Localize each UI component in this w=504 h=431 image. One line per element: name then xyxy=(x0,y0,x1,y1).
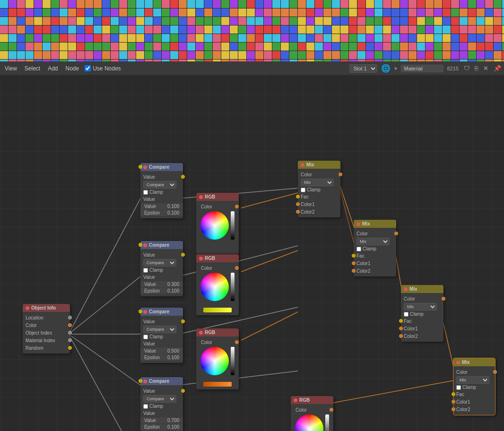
mix3-type[interactable]: Mix xyxy=(404,303,437,310)
random-row: Random xyxy=(23,344,70,352)
svg-line-0 xyxy=(69,198,140,334)
svg-line-16 xyxy=(338,182,355,246)
rgb3-out[interactable] xyxy=(235,340,239,344)
random-socket[interactable] xyxy=(68,346,72,350)
rgb4-wheel[interactable] xyxy=(295,414,323,431)
arrow-icon: ▾ xyxy=(394,65,397,72)
collapse-dot[interactable] xyxy=(26,306,29,310)
rgb4-brightness[interactable] xyxy=(325,414,329,431)
rgb2-out[interactable] xyxy=(235,266,239,270)
rgb1-collapse[interactable] xyxy=(199,195,203,199)
rgb1-out[interactable] xyxy=(235,205,239,208)
svg-line-1 xyxy=(69,276,140,334)
svg-line-12 xyxy=(326,380,454,404)
object-index-socket[interactable] xyxy=(68,331,72,335)
pin-button[interactable]: 📌 xyxy=(494,65,501,72)
mix4-color2-in[interactable] xyxy=(452,407,455,411)
compare-node-1: Compare Value Compare Clamp Value Value0… xyxy=(140,163,183,218)
svg-line-9 xyxy=(241,193,298,208)
collapse-dot-2[interactable] xyxy=(143,243,147,247)
collapse-dot-4[interactable] xyxy=(143,379,147,383)
material-index-socket[interactable] xyxy=(68,338,72,342)
rgb3-brightness[interactable] xyxy=(231,347,235,375)
rgb2-collapse[interactable] xyxy=(199,257,203,260)
compare4-eps-in[interactable] xyxy=(139,379,142,383)
rgb3-strip xyxy=(203,382,232,387)
compare3-eps-in[interactable] xyxy=(139,310,142,313)
mix1-collapse[interactable] xyxy=(301,163,304,167)
rgb2-strip xyxy=(203,308,232,312)
rgb1-brightness[interactable] xyxy=(231,211,235,240)
mix1-fac-in[interactable] xyxy=(296,195,300,198)
mix1-color2-in[interactable] xyxy=(296,210,300,214)
mix4-collapse[interactable] xyxy=(456,361,460,364)
toolbar-node[interactable]: Node xyxy=(64,64,81,73)
compare1-out[interactable] xyxy=(181,175,185,179)
svg-line-10 xyxy=(241,250,298,272)
mix2-out[interactable] xyxy=(394,232,398,235)
slot-select[interactable]: Slot 1 xyxy=(349,64,377,73)
material-index-row: Material Index xyxy=(23,336,70,344)
mix-node-3: Mix Color Mix Clamp Fac Color1 Color2 xyxy=(401,285,443,342)
compare3-out[interactable] xyxy=(181,319,185,323)
toolbar: View Select Add Node Use Nodes Slot 1 🌐 … xyxy=(0,61,504,76)
svg-line-3 xyxy=(69,334,140,385)
rgb3-wheel[interactable] xyxy=(200,347,229,375)
compare2-type[interactable]: Compare xyxy=(143,259,176,267)
object-info-node: Object Info Location Color Object Index … xyxy=(23,304,70,353)
toolbar-icon-group: 🛡 ⎘ ✕ xyxy=(462,64,490,72)
use-nodes-toggle[interactable]: Use Nodes xyxy=(85,65,121,72)
mix4-color1-in[interactable] xyxy=(452,400,455,404)
mix1-color1-in[interactable] xyxy=(296,202,300,206)
node-editor[interactable]: Object Info Location Color Object Index … xyxy=(0,76,504,431)
shield-icon[interactable]: 🛡 xyxy=(462,64,471,72)
color-socket[interactable] xyxy=(68,323,72,327)
mix3-collapse[interactable] xyxy=(404,287,408,291)
rgb2-wheel[interactable] xyxy=(200,273,229,301)
mix1-type[interactable]: Mix xyxy=(301,179,334,186)
location-socket[interactable] xyxy=(68,316,72,319)
connections-svg xyxy=(0,76,504,431)
rgb3-collapse[interactable] xyxy=(199,331,203,335)
toolbar-view[interactable]: View xyxy=(3,64,19,73)
mix4-fac-in[interactable] xyxy=(452,392,455,396)
rgb2-brightness[interactable] xyxy=(231,273,235,301)
rgb4-collapse[interactable] xyxy=(294,398,297,402)
rgb1-wheel[interactable] xyxy=(200,211,229,240)
mix4-type[interactable]: Mix xyxy=(456,376,489,384)
mix2-type[interactable]: Mix xyxy=(356,238,390,245)
mix3-color1-in[interactable] xyxy=(399,327,403,330)
compare3-type[interactable]: Compare xyxy=(143,326,176,333)
location-row: Location xyxy=(23,314,70,321)
collapse-dot-3[interactable] xyxy=(143,310,147,314)
rgb1-strip xyxy=(203,246,232,251)
mix3-fac-in[interactable] xyxy=(399,319,403,323)
material-name-input[interactable] xyxy=(401,65,443,72)
svg-line-11 xyxy=(241,312,298,340)
copy-icon[interactable]: ⎘ xyxy=(473,64,480,72)
compare4-type[interactable]: Compare xyxy=(143,395,176,403)
mix2-color2-in[interactable] xyxy=(352,269,356,273)
rgb-node-3: RGB Color xyxy=(196,328,239,389)
mix2-collapse[interactable] xyxy=(356,222,360,226)
mix2-fac-in[interactable] xyxy=(352,254,356,258)
mix3-out[interactable] xyxy=(442,297,445,301)
toolbar-select[interactable]: Select xyxy=(23,64,42,73)
compare2-out[interactable] xyxy=(181,253,185,257)
collapse-dot-1[interactable] xyxy=(143,165,147,169)
compare4-out[interactable] xyxy=(181,389,185,393)
mix2-color1-in[interactable] xyxy=(352,261,356,265)
compare-node-3: Compare Value Compare Clamp Value Value0… xyxy=(140,308,183,363)
compare1-type[interactable]: Compare xyxy=(143,181,176,189)
compare2-eps-in[interactable] xyxy=(139,243,142,247)
rgb-node-2: RGB Color xyxy=(196,254,239,315)
close-icon[interactable]: ✕ xyxy=(482,64,490,72)
compare-node-4: Compare Value Compare Clamp Value Value0… xyxy=(140,377,183,431)
mix3-color2-in[interactable] xyxy=(399,334,403,338)
mix1-out[interactable] xyxy=(339,172,342,176)
toolbar-add[interactable]: Add xyxy=(46,64,60,73)
mix4-out[interactable] xyxy=(493,370,497,374)
compare1-eps-in[interactable] xyxy=(139,165,142,169)
svg-line-13 xyxy=(338,180,355,229)
rgb4-out[interactable] xyxy=(330,408,333,412)
